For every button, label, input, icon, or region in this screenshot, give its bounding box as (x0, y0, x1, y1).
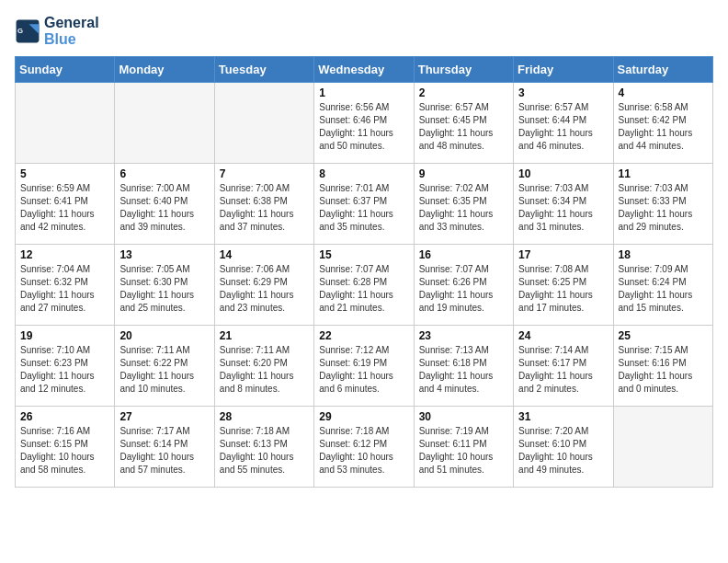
day-number: 15 (319, 248, 408, 261)
weekday-header-monday: Monday (115, 57, 214, 83)
day-number: 7 (220, 167, 309, 180)
day-info: Sunrise: 7:02 AM Sunset: 6:35 PM Dayligh… (419, 182, 508, 234)
day-number: 6 (119, 167, 209, 180)
calendar-table: SundayMondayTuesdayWednesdayThursdayFrid… (15, 56, 713, 488)
day-number: 2 (419, 86, 508, 99)
day-number: 12 (20, 248, 109, 261)
day-info: Sunrise: 7:20 AM Sunset: 6:10 PM Dayligh… (518, 425, 608, 477)
logo-icon: G (15, 18, 40, 44)
day-number: 30 (419, 410, 508, 423)
week-row-5: 26Sunrise: 7:16 AM Sunset: 6:15 PM Dayli… (16, 407, 713, 488)
day-info: Sunrise: 7:13 AM Sunset: 6:18 PM Dayligh… (419, 344, 508, 396)
day-number: 3 (518, 86, 608, 99)
calendar-cell: 27Sunrise: 7:17 AM Sunset: 6:14 PM Dayli… (115, 407, 214, 488)
day-info: Sunrise: 7:08 AM Sunset: 6:25 PM Dayligh… (518, 263, 608, 315)
day-number: 29 (319, 410, 408, 423)
day-number: 22 (319, 329, 408, 342)
weekday-header-sunday: Sunday (16, 57, 115, 83)
day-info: Sunrise: 7:04 AM Sunset: 6:32 PM Dayligh… (20, 263, 109, 315)
weekday-header-tuesday: Tuesday (214, 57, 313, 83)
day-info: Sunrise: 6:57 AM Sunset: 6:44 PM Dayligh… (518, 101, 608, 153)
day-info: Sunrise: 7:12 AM Sunset: 6:19 PM Dayligh… (319, 344, 408, 396)
day-info: Sunrise: 6:58 AM Sunset: 6:42 PM Dayligh… (619, 101, 708, 153)
day-number: 21 (220, 329, 309, 342)
calendar-cell: 13Sunrise: 7:05 AM Sunset: 6:30 PM Dayli… (115, 245, 214, 326)
day-number: 28 (220, 410, 309, 423)
day-info: Sunrise: 7:18 AM Sunset: 6:12 PM Dayligh… (319, 425, 408, 477)
calendar-cell: 16Sunrise: 7:07 AM Sunset: 6:26 PM Dayli… (414, 245, 513, 326)
day-number: 23 (419, 329, 508, 342)
calendar-cell: 23Sunrise: 7:13 AM Sunset: 6:18 PM Dayli… (414, 326, 513, 407)
day-info: Sunrise: 7:18 AM Sunset: 6:13 PM Dayligh… (220, 425, 309, 477)
calendar-cell: 21Sunrise: 7:11 AM Sunset: 6:20 PM Dayli… (214, 326, 313, 407)
day-info: Sunrise: 7:03 AM Sunset: 6:34 PM Dayligh… (518, 182, 608, 234)
day-number: 24 (518, 329, 608, 342)
weekday-header-wednesday: Wednesday (314, 57, 414, 83)
day-info: Sunrise: 7:00 AM Sunset: 6:38 PM Dayligh… (220, 182, 309, 234)
day-info: Sunrise: 7:05 AM Sunset: 6:30 PM Dayligh… (119, 263, 209, 315)
day-number: 13 (119, 248, 209, 261)
calendar-cell: 19Sunrise: 7:10 AM Sunset: 6:23 PM Dayli… (16, 326, 115, 407)
calendar-cell: 20Sunrise: 7:11 AM Sunset: 6:22 PM Dayli… (115, 326, 214, 407)
calendar-cell: 2Sunrise: 6:57 AM Sunset: 6:45 PM Daylig… (414, 83, 513, 164)
day-number: 20 (119, 329, 209, 342)
calendar-cell: 1Sunrise: 6:56 AM Sunset: 6:46 PM Daylig… (314, 83, 414, 164)
day-number: 31 (518, 410, 608, 423)
day-number: 25 (619, 329, 708, 342)
day-info: Sunrise: 7:07 AM Sunset: 6:26 PM Dayligh… (419, 263, 508, 315)
day-number: 26 (20, 410, 109, 423)
day-number: 1 (319, 86, 408, 99)
day-info: Sunrise: 7:17 AM Sunset: 6:14 PM Dayligh… (119, 425, 209, 477)
week-row-1: 1Sunrise: 6:56 AM Sunset: 6:46 PM Daylig… (16, 83, 713, 164)
day-info: Sunrise: 7:07 AM Sunset: 6:28 PM Dayligh… (319, 263, 408, 315)
day-number: 10 (518, 167, 608, 180)
day-info: Sunrise: 6:57 AM Sunset: 6:45 PM Dayligh… (419, 101, 508, 153)
calendar-cell: 5Sunrise: 6:59 AM Sunset: 6:41 PM Daylig… (16, 164, 115, 245)
day-number: 27 (119, 410, 209, 423)
calendar-cell: 8Sunrise: 7:01 AM Sunset: 6:37 PM Daylig… (314, 164, 414, 245)
weekday-header-thursday: Thursday (414, 57, 513, 83)
day-number: 9 (419, 167, 508, 180)
calendar-cell: 15Sunrise: 7:07 AM Sunset: 6:28 PM Dayli… (314, 245, 414, 326)
week-row-4: 19Sunrise: 7:10 AM Sunset: 6:23 PM Dayli… (16, 326, 713, 407)
calendar-cell: 22Sunrise: 7:12 AM Sunset: 6:19 PM Dayli… (314, 326, 414, 407)
calendar-cell: 28Sunrise: 7:18 AM Sunset: 6:13 PM Dayli… (214, 407, 313, 488)
calendar-cell: 11Sunrise: 7:03 AM Sunset: 6:33 PM Dayli… (613, 164, 712, 245)
day-info: Sunrise: 7:11 AM Sunset: 6:22 PM Dayligh… (119, 344, 209, 396)
calendar-cell: 10Sunrise: 7:03 AM Sunset: 6:34 PM Dayli… (514, 164, 613, 245)
day-number: 4 (619, 86, 708, 99)
calendar-cell: 14Sunrise: 7:06 AM Sunset: 6:29 PM Dayli… (214, 245, 313, 326)
day-info: Sunrise: 7:11 AM Sunset: 6:20 PM Dayligh… (220, 344, 309, 396)
calendar-cell: 25Sunrise: 7:15 AM Sunset: 6:16 PM Dayli… (613, 326, 712, 407)
logo-text: General Blue (44, 15, 99, 47)
week-row-2: 5Sunrise: 6:59 AM Sunset: 6:41 PM Daylig… (16, 164, 713, 245)
calendar-cell: 29Sunrise: 7:18 AM Sunset: 6:12 PM Dayli… (314, 407, 414, 488)
day-info: Sunrise: 7:10 AM Sunset: 6:23 PM Dayligh… (20, 344, 109, 396)
day-info: Sunrise: 7:16 AM Sunset: 6:15 PM Dayligh… (20, 425, 109, 477)
weekday-header-row: SundayMondayTuesdayWednesdayThursdayFrid… (16, 57, 713, 83)
day-number: 14 (220, 248, 309, 261)
calendar-cell (214, 83, 313, 164)
day-info: Sunrise: 7:09 AM Sunset: 6:24 PM Dayligh… (619, 263, 708, 315)
day-info: Sunrise: 7:14 AM Sunset: 6:17 PM Dayligh… (518, 344, 608, 396)
calendar-cell: 30Sunrise: 7:19 AM Sunset: 6:11 PM Dayli… (414, 407, 513, 488)
calendar-cell: 4Sunrise: 6:58 AM Sunset: 6:42 PM Daylig… (613, 83, 712, 164)
calendar-cell: 6Sunrise: 7:00 AM Sunset: 6:40 PM Daylig… (115, 164, 214, 245)
day-info: Sunrise: 6:59 AM Sunset: 6:41 PM Dayligh… (20, 182, 109, 234)
calendar-cell: 7Sunrise: 7:00 AM Sunset: 6:38 PM Daylig… (214, 164, 313, 245)
day-info: Sunrise: 7:03 AM Sunset: 6:33 PM Dayligh… (619, 182, 708, 234)
calendar-cell: 9Sunrise: 7:02 AM Sunset: 6:35 PM Daylig… (414, 164, 513, 245)
svg-text:G: G (17, 26, 23, 34)
day-info: Sunrise: 7:00 AM Sunset: 6:40 PM Dayligh… (119, 182, 209, 234)
week-row-3: 12Sunrise: 7:04 AM Sunset: 6:32 PM Dayli… (16, 245, 713, 326)
day-number: 18 (619, 248, 708, 261)
calendar-cell: 3Sunrise: 6:57 AM Sunset: 6:44 PM Daylig… (514, 83, 613, 164)
calendar-cell (16, 83, 115, 164)
logo: G General Blue (15, 15, 99, 47)
calendar-cell (115, 83, 214, 164)
calendar-cell: 26Sunrise: 7:16 AM Sunset: 6:15 PM Dayli… (16, 407, 115, 488)
day-number: 11 (619, 167, 708, 180)
day-info: Sunrise: 7:01 AM Sunset: 6:37 PM Dayligh… (319, 182, 408, 234)
day-number: 19 (20, 329, 109, 342)
weekday-header-saturday: Saturday (613, 57, 712, 83)
